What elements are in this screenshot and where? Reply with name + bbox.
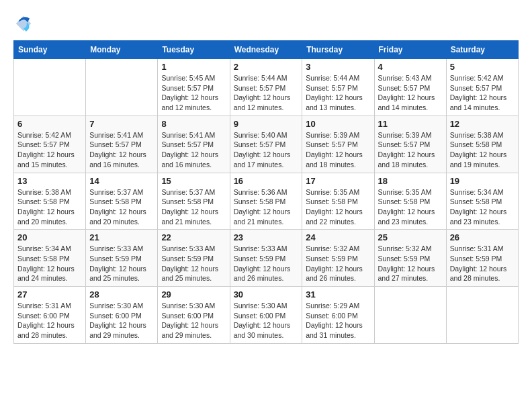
weekday-header-thursday: Thursday — [302, 41, 374, 59]
calendar-cell: 22Sunrise: 5:33 AMSunset: 5:59 PMDayligh… — [158, 230, 230, 287]
day-number: 13 — [17, 176, 82, 186]
calendar-week-5: 27Sunrise: 5:31 AMSunset: 6:00 PMDayligh… — [14, 287, 519, 344]
day-number: 8 — [161, 119, 226, 129]
weekday-header-sunday: Sunday — [14, 41, 86, 59]
day-info: Sunrise: 5:30 AMSunset: 6:00 PMDaylight:… — [89, 301, 154, 340]
day-number: 22 — [161, 232, 226, 242]
day-info: Sunrise: 5:38 AMSunset: 5:58 PMDaylight:… — [17, 187, 82, 227]
calendar-cell — [446, 287, 518, 344]
day-info: Sunrise: 5:41 AMSunset: 5:57 PMDaylight:… — [89, 130, 154, 170]
calendar-cell: 14Sunrise: 5:37 AMSunset: 5:58 PMDayligh… — [86, 173, 158, 230]
day-info: Sunrise: 5:42 AMSunset: 5:57 PMDaylight:… — [17, 130, 82, 170]
calendar-week-1: 1Sunrise: 5:45 AMSunset: 5:57 PMDaylight… — [14, 59, 519, 116]
weekday-header-monday: Monday — [86, 41, 158, 59]
calendar-cell: 24Sunrise: 5:32 AMSunset: 5:59 PMDayligh… — [302, 230, 374, 287]
day-number: 24 — [306, 232, 370, 242]
day-info: Sunrise: 5:31 AMSunset: 6:00 PMDaylight:… — [17, 301, 82, 340]
calendar-cell: 7Sunrise: 5:41 AMSunset: 5:57 PMDaylight… — [86, 116, 158, 173]
calendar-header-row: SundayMondayTuesdayWednesdayThursdayFrid… — [14, 41, 519, 59]
calendar-cell: 30Sunrise: 5:30 AMSunset: 6:00 PMDayligh… — [230, 287, 302, 344]
calendar-cell — [86, 59, 158, 116]
day-info: Sunrise: 5:34 AMSunset: 5:58 PMDaylight:… — [17, 244, 82, 283]
day-info: Sunrise: 5:31 AMSunset: 5:59 PMDaylight:… — [450, 244, 515, 283]
day-number: 9 — [234, 119, 299, 129]
day-info: Sunrise: 5:33 AMSunset: 5:59 PMDaylight:… — [89, 244, 154, 283]
calendar-cell: 15Sunrise: 5:37 AMSunset: 5:58 PMDayligh… — [158, 173, 230, 230]
calendar-cell: 2Sunrise: 5:44 AMSunset: 5:57 PMDaylight… — [230, 59, 302, 116]
day-number: 19 — [450, 176, 515, 186]
day-number: 23 — [234, 232, 299, 242]
calendar-cell: 23Sunrise: 5:33 AMSunset: 5:59 PMDayligh… — [230, 230, 302, 287]
calendar-cell: 18Sunrise: 5:35 AMSunset: 5:58 PMDayligh… — [374, 173, 446, 230]
day-number: 18 — [378, 176, 443, 186]
day-info: Sunrise: 5:38 AMSunset: 5:58 PMDaylight:… — [450, 130, 515, 170]
day-info: Sunrise: 5:42 AMSunset: 5:57 PMDaylight:… — [450, 73, 515, 113]
day-number: 17 — [306, 176, 370, 186]
day-info: Sunrise: 5:30 AMSunset: 6:00 PMDaylight:… — [234, 301, 299, 340]
day-number: 11 — [378, 119, 443, 129]
day-info: Sunrise: 5:34 AMSunset: 5:58 PMDaylight:… — [450, 187, 515, 227]
day-number: 31 — [306, 289, 370, 300]
weekday-header-wednesday: Wednesday — [230, 41, 302, 59]
calendar-cell: 6Sunrise: 5:42 AMSunset: 5:57 PMDaylight… — [14, 116, 86, 173]
day-info: Sunrise: 5:35 AMSunset: 5:58 PMDaylight:… — [306, 187, 370, 227]
calendar-week-4: 20Sunrise: 5:34 AMSunset: 5:58 PMDayligh… — [14, 230, 519, 287]
calendar-cell: 27Sunrise: 5:31 AMSunset: 6:00 PMDayligh… — [14, 287, 86, 344]
day-number: 12 — [450, 119, 515, 129]
day-info: Sunrise: 5:43 AMSunset: 5:57 PMDaylight:… — [378, 73, 443, 113]
calendar-cell — [14, 59, 86, 116]
calendar-cell: 4Sunrise: 5:43 AMSunset: 5:57 PMDaylight… — [374, 59, 446, 116]
calendar-cell: 8Sunrise: 5:41 AMSunset: 5:57 PMDaylight… — [158, 116, 230, 173]
day-info: Sunrise: 5:37 AMSunset: 5:58 PMDaylight:… — [89, 187, 154, 227]
day-info: Sunrise: 5:29 AMSunset: 6:00 PMDaylight:… — [306, 301, 370, 340]
day-number: 26 — [450, 232, 515, 242]
day-info: Sunrise: 5:33 AMSunset: 5:59 PMDaylight:… — [161, 244, 226, 283]
day-number: 15 — [161, 176, 226, 186]
day-info: Sunrise: 5:30 AMSunset: 6:00 PMDaylight:… — [161, 301, 226, 340]
calendar-cell: 13Sunrise: 5:38 AMSunset: 5:58 PMDayligh… — [14, 173, 86, 230]
day-info: Sunrise: 5:45 AMSunset: 5:57 PMDaylight:… — [161, 73, 226, 113]
calendar-cell: 19Sunrise: 5:34 AMSunset: 5:58 PMDayligh… — [446, 173, 518, 230]
day-number: 6 — [17, 119, 82, 129]
day-info: Sunrise: 5:41 AMSunset: 5:57 PMDaylight:… — [161, 130, 226, 170]
calendar-cell: 31Sunrise: 5:29 AMSunset: 6:00 PMDayligh… — [302, 287, 374, 344]
calendar-week-2: 6Sunrise: 5:42 AMSunset: 5:57 PMDaylight… — [14, 116, 519, 173]
calendar-table: SundayMondayTuesdayWednesdayThursdayFrid… — [13, 40, 519, 344]
day-number: 28 — [89, 289, 154, 300]
calendar-cell: 16Sunrise: 5:36 AMSunset: 5:58 PMDayligh… — [230, 173, 302, 230]
calendar-week-3: 13Sunrise: 5:38 AMSunset: 5:58 PMDayligh… — [14, 173, 519, 230]
day-number: 3 — [306, 62, 370, 72]
weekday-header-saturday: Saturday — [446, 41, 518, 59]
calendar-cell: 10Sunrise: 5:39 AMSunset: 5:57 PMDayligh… — [302, 116, 374, 173]
day-number: 16 — [234, 176, 299, 186]
day-number: 10 — [306, 119, 370, 129]
day-info: Sunrise: 5:39 AMSunset: 5:57 PMDaylight:… — [306, 130, 370, 170]
day-number: 27 — [17, 289, 82, 300]
calendar-cell: 1Sunrise: 5:45 AMSunset: 5:57 PMDaylight… — [158, 59, 230, 116]
day-info: Sunrise: 5:37 AMSunset: 5:58 PMDaylight:… — [161, 187, 226, 227]
calendar-cell: 20Sunrise: 5:34 AMSunset: 5:58 PMDayligh… — [14, 230, 86, 287]
calendar-cell: 17Sunrise: 5:35 AMSunset: 5:58 PMDayligh… — [302, 173, 374, 230]
calendar-cell: 5Sunrise: 5:42 AMSunset: 5:57 PMDaylight… — [446, 59, 518, 116]
day-info: Sunrise: 5:36 AMSunset: 5:58 PMDaylight:… — [234, 187, 299, 227]
calendar-cell: 28Sunrise: 5:30 AMSunset: 6:00 PMDayligh… — [86, 287, 158, 344]
day-number: 30 — [234, 289, 299, 300]
day-info: Sunrise: 5:32 AMSunset: 5:59 PMDaylight:… — [306, 244, 370, 283]
calendar-cell — [374, 287, 446, 344]
weekday-header-tuesday: Tuesday — [158, 41, 230, 59]
day-info: Sunrise: 5:44 AMSunset: 5:57 PMDaylight:… — [234, 73, 299, 113]
calendar-cell: 21Sunrise: 5:33 AMSunset: 5:59 PMDayligh… — [86, 230, 158, 287]
day-info: Sunrise: 5:44 AMSunset: 5:57 PMDaylight:… — [306, 73, 370, 113]
day-number: 29 — [161, 289, 226, 300]
day-number: 5 — [450, 62, 515, 72]
day-number: 14 — [89, 176, 154, 186]
day-number: 1 — [161, 62, 226, 72]
weekday-header-friday: Friday — [374, 41, 446, 59]
day-number: 4 — [378, 62, 443, 72]
calendar-cell: 3Sunrise: 5:44 AMSunset: 5:57 PMDaylight… — [302, 59, 374, 116]
calendar-cell: 12Sunrise: 5:38 AMSunset: 5:58 PMDayligh… — [446, 116, 518, 173]
day-number: 21 — [89, 232, 154, 242]
day-number: 20 — [17, 232, 82, 242]
calendar-cell: 26Sunrise: 5:31 AMSunset: 5:59 PMDayligh… — [446, 230, 518, 287]
calendar-cell: 29Sunrise: 5:30 AMSunset: 6:00 PMDayligh… — [158, 287, 230, 344]
